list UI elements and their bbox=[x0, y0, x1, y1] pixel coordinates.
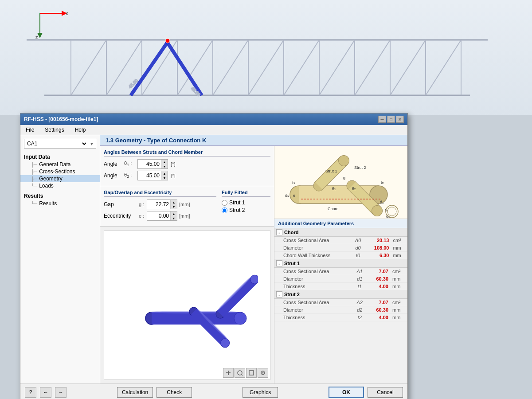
angles-section: Angles Between Struts and Chord Member A… bbox=[100, 146, 274, 186]
strut1-collapse[interactable]: - bbox=[276, 260, 282, 266]
s1-thick-label: Thickness bbox=[274, 283, 352, 290]
tree-item-cross-sections[interactable]: Cross-Sections bbox=[20, 168, 100, 175]
left-panel: CA1CA2CA3 ▼ Input Data General Data Cros… bbox=[20, 135, 100, 383]
ecc-down[interactable]: ▼ bbox=[171, 216, 177, 220]
bottom-bar: ? ← → Calculation Check Graphics OK Canc… bbox=[20, 383, 407, 399]
table-row: Cross-Sectional Area A2 7.07 cm² bbox=[274, 299, 407, 306]
svg-rect-50 bbox=[249, 371, 254, 375]
ecc-unit: [mm] bbox=[179, 213, 188, 219]
truss-svg: z x bbox=[0, 0, 532, 115]
title-bar-buttons: ─ □ ✕ bbox=[378, 116, 404, 123]
gap-up[interactable]: ▲ bbox=[171, 200, 177, 204]
s1-thick-sym: t1 bbox=[352, 283, 367, 290]
angle-symbol-2: θ2 : bbox=[124, 172, 135, 179]
back-btn[interactable]: ← bbox=[40, 387, 51, 398]
strut2-table: Cross-Sectional Area A2 7.07 cm² Diamete… bbox=[274, 299, 407, 321]
chord-thick-sym: t0 bbox=[351, 252, 365, 259]
cancel-button[interactable]: Cancel bbox=[368, 387, 403, 398]
chord-diam-val: 108.00 bbox=[365, 244, 391, 252]
tree-item-geometry[interactable]: Geometry bbox=[20, 175, 100, 182]
zoom-icon bbox=[237, 370, 243, 376]
center-panel: Angles Between Struts and Chord Member A… bbox=[100, 146, 274, 383]
angle1-down[interactable]: ▼ bbox=[161, 164, 168, 168]
svg-text:g: g bbox=[343, 176, 345, 180]
tree-item-loads[interactable]: Loads bbox=[20, 182, 100, 189]
svg-line-30 bbox=[166, 41, 202, 95]
s1-thick-val: 4.00 bbox=[368, 283, 391, 290]
s2-area-label: Cross-Sectional Area bbox=[274, 299, 352, 306]
s1-thick-unit: mm bbox=[391, 283, 407, 290]
ca-selector[interactable]: CA1CA2CA3 ▼ bbox=[24, 139, 96, 149]
dialog-body: CA1CA2CA3 ▼ Input Data General Data Cros… bbox=[20, 135, 407, 383]
forward-btn[interactable]: → bbox=[55, 387, 66, 398]
preview-btn-3[interactable] bbox=[246, 368, 257, 378]
gap-down[interactable]: ▼ bbox=[171, 204, 177, 209]
strut1-table: Cross-Sectional Area A1 7.07 cm² Diamete… bbox=[274, 268, 407, 290]
tree-item-general[interactable]: General Data bbox=[20, 161, 100, 168]
table-row: Chord Wall Thickness t0 6.30 mm bbox=[274, 252, 407, 259]
tree-item-results[interactable]: Results bbox=[20, 200, 100, 207]
settings-icon bbox=[260, 370, 266, 376]
s1-area-unit: cm² bbox=[391, 268, 407, 275]
ok-button[interactable]: OK bbox=[329, 387, 364, 398]
main-dialog: RF-HSS - [001656-mode-file1] ─ □ ✕ File … bbox=[20, 113, 408, 399]
menu-help[interactable]: Help bbox=[73, 126, 88, 133]
angle2-field[interactable] bbox=[138, 172, 161, 179]
chord-area-sym: A0 bbox=[351, 237, 365, 244]
check-button[interactable]: Check bbox=[156, 387, 192, 398]
preview-btn-4[interactable] bbox=[258, 368, 268, 378]
ca-select[interactable]: CA1CA2CA3 bbox=[24, 139, 88, 148]
maximize-button[interactable]: □ bbox=[387, 116, 395, 123]
help-icon-btn[interactable]: ? bbox=[25, 387, 36, 398]
angle2-input[interactable]: ▲ ▼ bbox=[137, 171, 168, 180]
close-button[interactable]: ✕ bbox=[396, 116, 404, 123]
svg-rect-47 bbox=[228, 371, 229, 375]
gap-var: g : bbox=[139, 202, 145, 207]
svg-text:θ₁: θ₁ bbox=[332, 187, 336, 191]
angle1-up[interactable]: ▲ bbox=[161, 160, 168, 164]
strut1-label: Strut 1 bbox=[229, 200, 245, 206]
minimize-button[interactable]: ─ bbox=[378, 116, 386, 123]
svg-text:t₁: t₁ bbox=[292, 180, 295, 185]
svg-line-7 bbox=[71, 40, 106, 95]
angle1-input[interactable]: ▲ ▼ bbox=[137, 159, 168, 169]
preview-btn-1[interactable] bbox=[223, 368, 234, 378]
s2-diam-sym: d2 bbox=[352, 306, 367, 314]
chord-thick-label: Chord Wall Thickness bbox=[274, 252, 351, 259]
diagram-svg: t₂ Strut 2 Strut 1 g θ₁ θ₂ e Chord t₁ d₁… bbox=[274, 146, 407, 219]
strut2-section-header: - Strut 2 bbox=[274, 290, 407, 299]
right-panel: t₂ Strut 2 Strut 1 g θ₁ θ₂ e Chord t₁ d₁… bbox=[274, 146, 407, 383]
ecc-up[interactable]: ▲ bbox=[171, 211, 177, 216]
ecc-row: Eccentricity e : ▲ ▼ [mm] bbox=[104, 211, 216, 221]
preview-toolbar bbox=[223, 368, 268, 378]
svg-text:Strut 1: Strut 1 bbox=[325, 169, 337, 173]
gap-field[interactable] bbox=[147, 201, 170, 208]
tree-header-input: Input Data bbox=[20, 153, 100, 161]
params-area: Additional Geometry Parameters - Chord C… bbox=[274, 219, 407, 383]
strut2-collapse[interactable]: - bbox=[276, 291, 282, 297]
preview-area bbox=[104, 230, 270, 380]
strut1-radio[interactable] bbox=[222, 200, 227, 206]
angle1-field[interactable] bbox=[138, 160, 161, 168]
angle2-down[interactable]: ▼ bbox=[161, 176, 168, 180]
gap-input[interactable]: ▲ ▼ bbox=[147, 200, 177, 209]
ecc-input[interactable]: ▲ ▼ bbox=[147, 211, 177, 221]
menu-settings[interactable]: Settings bbox=[43, 126, 66, 133]
svg-text:z: z bbox=[35, 35, 38, 40]
svg-line-17 bbox=[248, 40, 284, 95]
s1-area-sym: A1 bbox=[352, 268, 367, 275]
strut2-radio[interactable] bbox=[222, 207, 227, 213]
table-row: Cross-Sectional Area A0 20.13 cm² bbox=[274, 237, 407, 244]
calculation-button[interactable]: Calculation bbox=[117, 387, 153, 398]
diagram-area: t₂ Strut 2 Strut 1 g θ₁ θ₂ e Chord t₁ d₁… bbox=[274, 146, 407, 219]
ecc-field[interactable] bbox=[147, 212, 170, 219]
angle2-spin: ▲ ▼ bbox=[161, 171, 168, 180]
chord-collapse[interactable]: - bbox=[276, 229, 282, 235]
chord-diam-label: Diameter bbox=[274, 244, 351, 252]
graphics-button[interactable]: Graphics bbox=[243, 387, 278, 398]
svg-line-15 bbox=[213, 40, 248, 95]
main-content: Angles Between Struts and Chord Member A… bbox=[100, 146, 407, 383]
angle2-up[interactable]: ▲ bbox=[161, 171, 168, 176]
preview-btn-2[interactable] bbox=[235, 368, 245, 378]
menu-file[interactable]: File bbox=[24, 126, 36, 133]
